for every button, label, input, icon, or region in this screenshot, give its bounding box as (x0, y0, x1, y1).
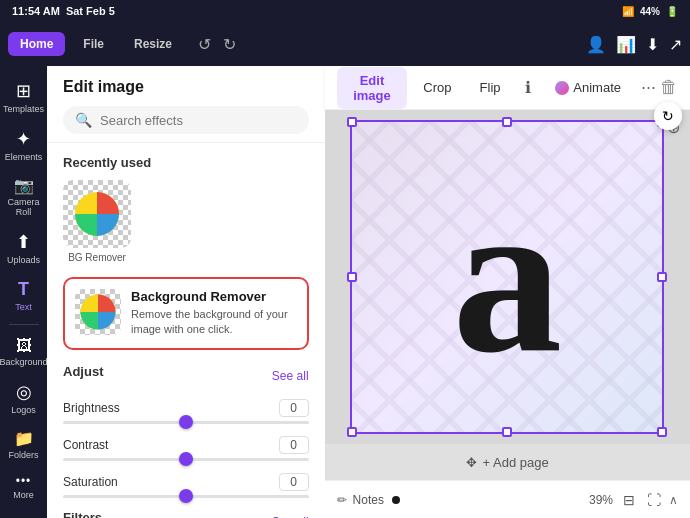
effects-panel-header: Edit image 🔍 (47, 66, 325, 143)
add-page-cursor-icon: ✥ (466, 455, 477, 470)
brightness-value: 0 (279, 399, 309, 417)
handle-mr[interactable] (657, 272, 667, 282)
adjust-label: Adjust (63, 364, 103, 379)
home-nav-button[interactable]: Home (8, 32, 65, 56)
page-dot-indicator (392, 496, 400, 504)
bg-remover-thumb[interactable]: BG Remover (63, 180, 131, 263)
templates-icon: ⊞ (16, 80, 31, 102)
filters-label: Filters (63, 510, 102, 518)
handle-bm[interactable] (502, 427, 512, 437)
bottom-bar: ✏ Notes 39% ⊟ ⛶ ∧ (325, 480, 690, 518)
brightness-label: Brightness (63, 401, 120, 415)
saturation-value: 0 (279, 473, 309, 491)
crop-toolbar-button[interactable]: Crop (411, 74, 463, 101)
sidebar-elements-label: Elements (5, 152, 43, 162)
expand-button[interactable]: ⛶ (645, 490, 663, 510)
effects-panel-title: Edit image (63, 78, 309, 96)
notes-label: Notes (353, 493, 384, 507)
zoom-out-button[interactable]: ⊟ (619, 490, 639, 510)
sidebar-item-templates[interactable]: ⊞ Templates (2, 74, 46, 120)
effects-panel: Edit image 🔍 Recently used (47, 66, 325, 518)
toolbar-delete-button[interactable]: 🗑 (660, 77, 678, 98)
sidebar-text-label: Text (15, 302, 32, 312)
brightness-item: Brightness 0 (63, 399, 309, 424)
logos-icon: ◎ (16, 381, 32, 403)
search-icon: 🔍 (75, 112, 92, 128)
sidebar-item-uploads[interactable]: ⬆ Uploads (2, 225, 46, 271)
chevron-up-icon[interactable]: ∧ (669, 493, 678, 507)
bg-remover-label: BG Remover (68, 252, 126, 263)
add-page-bar[interactable]: ✥ + Add page (325, 444, 690, 480)
sidebar-camera-label: Camera Roll (6, 197, 42, 217)
animate-circle-icon (555, 81, 569, 95)
status-date: Sat Feb 5 (66, 5, 115, 17)
contrast-value: 0 (279, 436, 309, 454)
status-time: 11:54 AM (12, 5, 60, 17)
brightness-slider[interactable] (63, 421, 309, 424)
toolbar-more-button[interactable]: ··· (641, 77, 656, 98)
camera-icon: 📷 (14, 176, 34, 195)
main-layout: ⊞ Templates ✦ Elements 📷 Camera Roll ⬆ U… (0, 66, 690, 518)
canvas-toolbar: Edit image Crop Flip ℹ Animate ··· 🗑 (325, 66, 690, 110)
add-page-text: ✥ + Add page (466, 455, 549, 470)
redo-button[interactable]: ↻ (219, 33, 240, 56)
canvas-main: ⧉ ⊕ (325, 110, 690, 444)
status-bar: 11:54 AM Sat Feb 5 📶 44% 🔋 (0, 0, 690, 22)
saturation-thumb[interactable] (179, 489, 193, 503)
share-icon[interactable]: ↗ (669, 35, 682, 54)
contrast-item: Contrast 0 (63, 436, 309, 461)
sidebar-item-more[interactable]: ••• More (2, 468, 46, 506)
resize-nav-button[interactable]: Resize (122, 32, 184, 56)
undo-button[interactable]: ↺ (194, 33, 215, 56)
canvas-image-wrapper: ↻ a (362, 132, 652, 422)
animate-toolbar-button[interactable]: Animate (543, 74, 633, 101)
adjust-see-all[interactable]: See all (272, 369, 309, 383)
share-profile-icon[interactable]: 👤 (586, 35, 606, 54)
file-nav-button[interactable]: File (71, 32, 116, 56)
sidebar-item-logos[interactable]: ◎ Logos (2, 375, 46, 421)
bg-remover-thumb-img (63, 180, 131, 248)
zoom-value: 39% (589, 493, 613, 507)
bg-remover-card-icon (75, 289, 121, 335)
saturation-item: Saturation 0 (63, 473, 309, 498)
sidebar-item-text[interactable]: T Text (2, 273, 46, 318)
elements-icon: ✦ (16, 128, 31, 150)
background-icon: 🖼 (16, 337, 32, 355)
sidebar-uploads-label: Uploads (7, 255, 40, 265)
bg-remover-ball-svg (78, 292, 118, 332)
saturation-slider[interactable] (63, 495, 309, 498)
wifi-icon: 📶 (622, 6, 634, 17)
search-input[interactable] (100, 113, 297, 128)
handle-ml[interactable] (347, 272, 357, 282)
stats-icon[interactable]: 📊 (616, 35, 636, 54)
contrast-thumb[interactable] (179, 452, 193, 466)
edit-image-toolbar-button[interactable]: Edit image (337, 67, 408, 109)
canvas-area: Edit image Crop Flip ℹ Animate ··· 🗑 ⧉ ⊕ (325, 66, 690, 518)
sidebar-item-background[interactable]: 🖼 Background (2, 331, 46, 373)
sidebar-folders-label: Folders (9, 450, 39, 460)
uploads-icon: ⬆ (16, 231, 31, 253)
folders-icon: 📁 (14, 429, 34, 448)
sidebar-item-camera-roll[interactable]: 📷 Camera Roll (2, 170, 46, 223)
handle-bl[interactable] (347, 427, 357, 437)
icon-sidebar: ⊞ Templates ✦ Elements 📷 Camera Roll ⬆ U… (0, 66, 47, 518)
sidebar-divider (9, 324, 39, 325)
sidebar-item-folders[interactable]: 📁 Folders (2, 423, 46, 466)
contrast-slider[interactable] (63, 458, 309, 461)
search-bar: 🔍 (63, 106, 309, 134)
handle-br[interactable] (657, 427, 667, 437)
info-toolbar-button[interactable]: ℹ (517, 72, 540, 104)
brightness-thumb[interactable] (179, 415, 193, 429)
download-icon[interactable]: ⬇ (646, 35, 659, 54)
handle-tm[interactable] (502, 117, 512, 127)
sidebar-templates-label: Templates (3, 104, 44, 114)
recently-used-list: BG Remover (63, 180, 309, 263)
effects-content: Recently used BG Remover (47, 143, 325, 518)
sidebar-item-elements[interactable]: ✦ Elements (2, 122, 46, 168)
handle-tl[interactable] (347, 117, 357, 127)
top-nav: Home File Resize ↺ ↻ 👤 📊 ⬇ ↗ (0, 22, 690, 66)
notes-button[interactable]: ✏ Notes (337, 493, 384, 507)
battery-icon: 🔋 (666, 6, 678, 17)
flip-toolbar-button[interactable]: Flip (468, 74, 513, 101)
bg-remover-card[interactable]: Background Remover Remove the background… (63, 277, 309, 350)
